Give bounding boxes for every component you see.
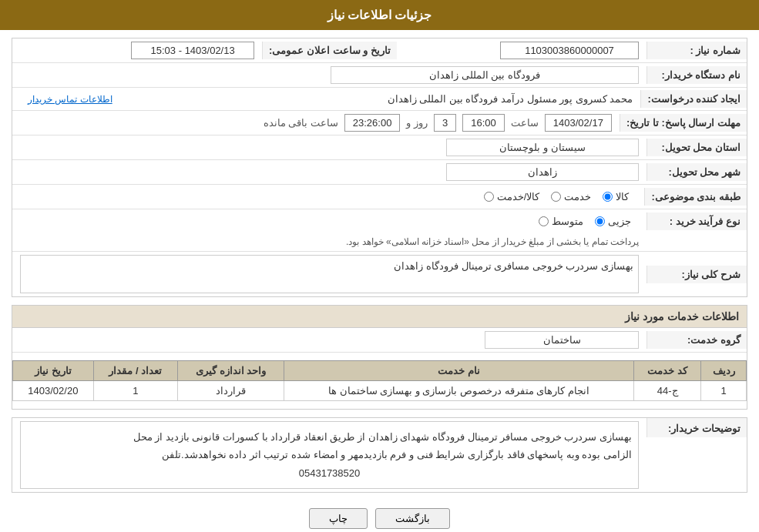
col-tarikh: تاریخ نیاز (13, 361, 94, 381)
row-ijad: ایجاد کننده درخواست: محمد کسروی پور مسئو… (12, 88, 747, 111)
radio-khedmat-label: خدمت (564, 191, 591, 202)
mohlat-label: مهلت ارسال پاسخ: تا تاریخ: (620, 114, 747, 132)
baqi-box: 23:26:00 (344, 114, 401, 132)
ostan-label: استان محل تحویل: (646, 139, 747, 156)
button-row: بازگشت چاپ (12, 500, 747, 532)
tosih-box: بهسازی سردرب خروجی مسافر ترمینال فرودگاه… (20, 421, 639, 489)
noaa-farayand-label: نوع فرآیند خرید : (646, 212, 747, 230)
col-tedad: تعداد / مقدار (93, 361, 177, 381)
radio-jozi-input[interactable] (595, 216, 605, 226)
nam-dastgah-box: فرودگاه بین المللی زاهدان (331, 66, 639, 84)
content-area: شماره نیاز : 1103003860000007 تاریخ و سا… (0, 30, 759, 532)
tosih-text3: 05431738520 (27, 464, 632, 482)
ijad-text: محمد کسروی پور مسئول درآمد فرودگاه بین ا… (388, 93, 633, 105)
nam-dastgah-value: فرودگاه بین المللی زاهدان (12, 63, 646, 87)
radio-kala-khedmat-item: کالا/خدمت (484, 191, 540, 202)
row-shomara: شماره نیاز : 1103003860000007 تاریخ و سا… (12, 38, 747, 63)
baqi-label: ساعت باقی مانده (264, 117, 338, 129)
page-header: جزئیات اطلاعات نیاز (0, 0, 759, 30)
radio-kala-khedmat-input[interactable] (484, 192, 494, 202)
radio-khedmat-input[interactable] (551, 192, 561, 202)
row-ostan: استان محل تحویل: سیستان و بلوچستان (12, 136, 747, 160)
grouh-box: ساختمان (485, 331, 639, 349)
grouh-value: ساختمان (12, 328, 646, 352)
etelaat-tamas-link[interactable]: اطلاعات تماس خریدار (28, 94, 113, 105)
cell-tedad: 1 (93, 381, 177, 401)
radio-kala-item: کالا (603, 191, 629, 202)
shahr-label: شهر محل تحویل: (646, 163, 747, 181)
radio-jozi-label: جزیی (608, 216, 631, 227)
row-tosihaat: توضیحات خریدار: بهسازی سردرب خروجی مسافر… (12, 418, 747, 492)
note-text: پرداخت تمام یا بخشی از مبلغ خریدار از مح… (338, 233, 747, 251)
radio-motevaset-label: متوسط (552, 216, 583, 227)
tarikh-elaan-value: 1403/02/13 - 15:03 (12, 38, 262, 62)
col-nam: نام خدمت (284, 361, 634, 381)
nam-dastgah-label: نام دستگاه خریدار: (646, 66, 747, 84)
main-container: جزئیات اطلاعات نیاز شماره نیاز : 1103003… (0, 0, 759, 532)
sharh-label: شرح کلی نیاز: (646, 266, 747, 283)
roz-value: 3 (434, 114, 456, 132)
ostan-value: سیستان و بلوچستان (12, 136, 646, 159)
tabaqe-value: کالا/خدمت خدمت کالا (12, 185, 644, 209)
khadamat-section-title: اطلاعات خدمات مورد نیاز (12, 306, 747, 328)
col-vahed: واحد اندازه گیری (178, 361, 284, 381)
farayand-radio-group: متوسط جزیی (20, 212, 639, 230)
radio-motevaset-input[interactable] (539, 216, 549, 226)
mohlat-flex: 1403/02/17 ساعت 16:00 3 روز و 23:26:00 س… (20, 114, 612, 132)
shomara-niaz-box: 1103003860000007 (500, 42, 639, 59)
row-sharh: شرح کلی نیاز: بهسازی سردرب خروجی مسافری … (12, 252, 747, 296)
ijad-label: ایجاد کننده درخواست: (640, 90, 747, 108)
radio-kala-khedmat-label: کالا/خدمت (497, 191, 540, 202)
tarikh-elaan-label: تاریخ و ساعت اعلان عمومی: (262, 42, 397, 59)
row-shahr: شهر محل تحویل: زاهدان (12, 160, 747, 185)
chap-button[interactable]: چاپ (309, 508, 368, 529)
roz-label: روز و (406, 117, 428, 129)
farayand-inner: نوع فرآیند خرید : متوسط جزیی (12, 209, 747, 233)
col-radif: ردیف (701, 361, 747, 381)
tabaqe-label: طبقه بندی موضوعی: (644, 188, 747, 206)
grouh-label: گروه خدمت: (646, 331, 747, 349)
cell-tarikh: 1403/02/20 (13, 381, 94, 401)
radio-motevaset-item: متوسط (539, 216, 583, 227)
cell-vahed: قرارداد (178, 381, 284, 401)
info-section: شماره نیاز : 1103003860000007 تاریخ و سا… (12, 38, 747, 297)
table-row: 1 ج-44 انجام کارهای متفرقه درخصوص بازساز… (13, 381, 747, 401)
ijad-value: محمد کسروی پور مسئول درآمد فرودگاه بین ا… (12, 90, 640, 108)
row-nam-dastgah: نام دستگاه خریدار: فرودگاه بین المللی زا… (12, 63, 747, 88)
radio-kala-label: کالا (616, 191, 629, 202)
shahr-value: زاهدان (12, 160, 646, 184)
shomara-niaz-label: شماره نیاز : (646, 42, 747, 59)
table-body: 1 ج-44 انجام کارهای متفرقه درخصوص بازساز… (13, 381, 747, 401)
sharh-text: بهسازی سردرب خروجی مسافری ترمینال فرودگا… (394, 260, 633, 272)
radio-kala-input[interactable] (603, 192, 613, 202)
shomara-niaz-value: 1103003860000007 (397, 38, 646, 62)
shahr-box: زاهدان (446, 163, 639, 181)
row-noaa-farayand: نوع فرآیند خرید : متوسط جزیی (12, 209, 747, 252)
tosihaat-value: بهسازی سردرب خروجی مسافر ترمینال فرودگاه… (12, 418, 646, 492)
saat-label: ساعت (511, 117, 539, 129)
bazgasht-button[interactable]: بازگشت (375, 508, 450, 529)
table-section: ردیف کد خدمت نام خدمت واحد اندازه گیری ت… (12, 360, 747, 401)
tabaqe-radio-group: کالا/خدمت خدمت کالا (20, 188, 636, 206)
tosihaat-section: توضیحات خریدار: بهسازی سردرب خروجی مسافر… (12, 417, 747, 493)
tarikh-box: 1403/02/17 (545, 114, 612, 132)
tosih-text1: بهسازی سردرب خروجی مسافر ترمینال فرودگاه… (27, 428, 632, 446)
row-mohlat: مهلت ارسال پاسخ: تا تاریخ: 1403/02/17 سا… (12, 111, 747, 136)
ostan-box: سیستان و بلوچستان (446, 139, 639, 156)
saat-box: 16:00 (462, 114, 505, 132)
table-header-row: ردیف کد خدمت نام خدمت واحد اندازه گیری ت… (13, 361, 747, 381)
cell-radif: 1 (701, 381, 747, 401)
sharh-box: بهسازی سردرب خروجی مسافری ترمینال فرودگا… (20, 255, 639, 293)
row-grouh: گروه خدمت: ساختمان (12, 328, 747, 353)
table-header: ردیف کد خدمت نام خدمت واحد اندازه گیری ت… (13, 361, 747, 381)
radio-khedmat-item: خدمت (551, 191, 591, 202)
tosihaat-label: توضیحات خریدار: (646, 418, 747, 437)
tosih-text2: الزامی بوده وبه پاسخهای فاقد بارگزاری شر… (27, 446, 632, 463)
col-kod: کد خدمت (633, 361, 700, 381)
tarikh-elaan-box: 1403/02/13 - 15:03 (131, 42, 254, 59)
cell-nam: انجام کارهای متفرقه درخصوص بازسازی و بهس… (284, 381, 634, 401)
radio-jozi-item: جزیی (595, 216, 631, 227)
khadamat-section: اطلاعات خدمات مورد نیاز گروه خدمت: ساختم… (12, 305, 747, 410)
sharh-value: بهسازی سردرب خروجی مسافری ترمینال فرودگا… (12, 252, 646, 296)
row-tabaqe: طبقه بندی موضوعی: کالا/خدمت خدمت کالا (12, 185, 747, 209)
